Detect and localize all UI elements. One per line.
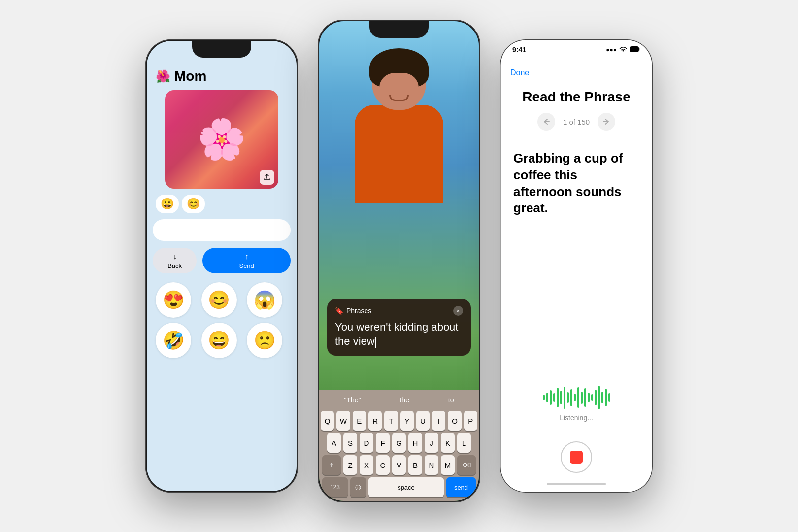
key-i[interactable]: I	[432, 411, 445, 431]
emoji-bubble-2[interactable]: 😊	[182, 195, 205, 213]
notch	[192, 41, 251, 58]
key-f[interactable]: F	[376, 433, 390, 453]
key-k[interactable]: K	[441, 433, 455, 453]
wave-bar-4	[553, 393, 555, 402]
person-body	[355, 105, 443, 203]
send-button[interactable]: ↑ Send	[202, 248, 291, 273]
keyboard-row-1: Q W E R T Y U I O P	[321, 411, 477, 431]
key-d[interactable]: D	[360, 433, 373, 453]
key-j[interactable]: J	[425, 433, 438, 453]
key-emoji[interactable]: ☺	[350, 477, 366, 497]
phrase-navigation: 1 of 150	[501, 113, 651, 140]
emoji-grid-item-2[interactable]: 😊	[201, 282, 237, 318]
suggestion-2[interactable]: the	[396, 395, 413, 405]
emoji-grid-item-5[interactable]: 😄	[201, 323, 237, 358]
emoji-grid-item-4[interactable]: 🤣	[156, 323, 191, 358]
back-label: Back	[167, 262, 182, 269]
bookmark-icon: 🔖	[335, 307, 343, 315]
message-header: 🌺 Mom	[147, 63, 297, 88]
key-l[interactable]: L	[457, 433, 471, 453]
home-indicator	[547, 483, 606, 485]
svg-rect-1	[631, 47, 637, 51]
wave-bar-5	[557, 388, 559, 407]
key-o[interactable]: O	[448, 411, 461, 431]
key-p[interactable]: P	[464, 411, 477, 431]
contact-name: Mom	[174, 68, 206, 84]
key-delete[interactable]: ⌫	[457, 455, 476, 475]
wifi-icon	[619, 46, 627, 54]
status-time: 9:41	[512, 46, 526, 54]
wave-bar-19	[605, 389, 607, 406]
suggestion-3[interactable]: to	[444, 395, 458, 405]
wave-bar-8	[567, 392, 569, 403]
key-shift[interactable]: ⇧	[322, 455, 341, 475]
key-r[interactable]: R	[368, 411, 382, 431]
phone-read-phrase: 9:41 ●●●	[500, 39, 653, 493]
messages-screen: 🌺 Mom 🌸 😀 😊 ↓ Back	[147, 41, 297, 491]
key-s[interactable]: S	[343, 433, 357, 453]
key-n[interactable]: N	[425, 455, 438, 475]
wave-bar-7	[564, 387, 565, 409]
message-input[interactable]	[153, 219, 291, 241]
wave-bar-14	[588, 393, 590, 402]
wave-bar-12	[581, 392, 583, 404]
wave-bar-9	[570, 389, 572, 406]
phone-facetime: 🔖 Phrases × You weren't kidding about th…	[318, 20, 480, 502]
person-face	[379, 73, 419, 110]
audio-waveform	[543, 385, 610, 410]
key-b[interactable]: B	[408, 455, 422, 475]
key-numbers[interactable]: 123	[322, 477, 348, 497]
action-buttons: ↓ Back ↑ Send	[147, 243, 297, 278]
keyboard-bottom-row: 123 ☺ space send	[321, 477, 477, 497]
key-send[interactable]: send	[446, 477, 476, 497]
emoji-grid-item-3[interactable]: 😱	[247, 282, 282, 318]
emoji-bubble-1[interactable]: 😀	[156, 195, 179, 213]
key-g[interactable]: G	[392, 433, 406, 453]
key-v[interactable]: V	[392, 455, 406, 475]
key-m[interactable]: M	[441, 455, 455, 475]
share-button[interactable]	[260, 170, 274, 185]
person-silhouette	[350, 51, 448, 208]
text-cursor	[375, 337, 376, 348]
back-button[interactable]: ↓ Back	[153, 248, 197, 273]
status-icons: ●●●	[606, 46, 640, 54]
send-label: Send	[239, 262, 254, 269]
next-phrase-button[interactable]	[598, 113, 615, 131]
suggestion-1[interactable]: "The"	[340, 395, 365, 405]
key-q[interactable]: Q	[321, 411, 334, 431]
key-x[interactable]: X	[360, 455, 373, 475]
key-z[interactable]: Z	[343, 455, 357, 475]
key-a[interactable]: A	[327, 433, 341, 453]
wave-bar-17	[598, 386, 600, 409]
record-button[interactable]	[561, 441, 592, 473]
phrase-counter: 1 of 150	[563, 118, 590, 126]
keyboard-row-2: A S D F G H J K L	[321, 433, 477, 453]
key-space[interactable]: space	[368, 477, 444, 497]
flower-emoji: 🌸	[197, 116, 246, 163]
key-e[interactable]: E	[353, 411, 366, 431]
key-u[interactable]: U	[416, 411, 430, 431]
emoji-grid-item-1[interactable]: 😍	[156, 282, 191, 318]
prev-phrase-button[interactable]	[537, 113, 555, 131]
emoji-grid: 😍 😊 😱 🤣 😄 🙁	[147, 278, 297, 362]
phrases-label: Phrases	[346, 307, 371, 315]
phrases-header: 🔖 Phrases ×	[335, 306, 463, 316]
key-c[interactable]: C	[376, 455, 390, 475]
person-head	[372, 51, 426, 110]
key-y[interactable]: Y	[400, 411, 414, 431]
signal-icon: ●●●	[606, 46, 617, 53]
keyboard-row-3: ⇧ Z X C V B N M ⌫	[321, 455, 477, 475]
notch-3	[547, 41, 606, 58]
key-h[interactable]: H	[408, 433, 422, 453]
key-t[interactable]: T	[384, 411, 398, 431]
key-w[interactable]: W	[336, 411, 350, 431]
wave-bar-16	[595, 390, 597, 405]
emoji-grid-item-6[interactable]: 🙁	[247, 323, 282, 358]
phrases-close-button[interactable]: ×	[453, 306, 463, 316]
read-phrase-screen: 9:41 ●●●	[501, 41, 651, 491]
wave-bar-2	[546, 393, 548, 402]
wave-bar-10	[574, 394, 576, 401]
stop-icon	[570, 451, 583, 464]
done-button[interactable]: Done	[501, 63, 651, 79]
wave-bar-1	[543, 395, 545, 400]
